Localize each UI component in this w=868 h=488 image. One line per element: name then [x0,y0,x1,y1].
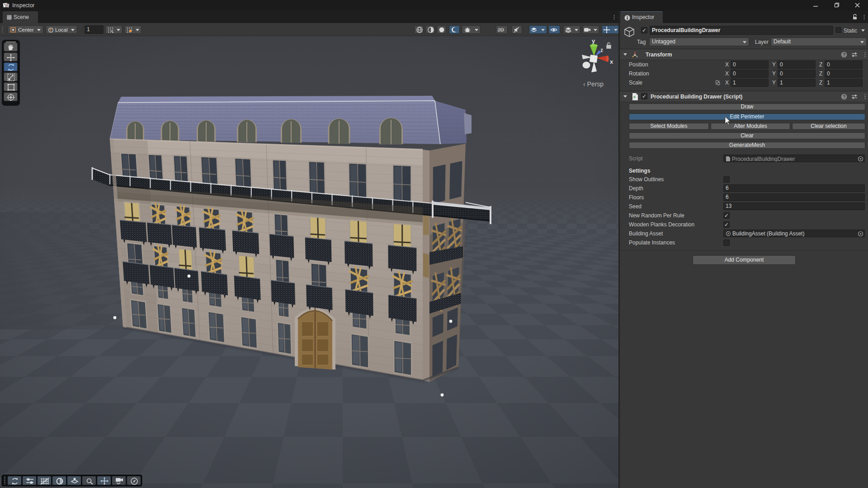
svg-text:#: # [633,95,636,99]
svg-text:?: ? [843,52,845,57]
svg-text:y: y [592,38,595,44]
svg-text:‹ Persp: ‹ Persp [583,80,604,88]
svg-text:x: x [610,58,613,65]
svg-text:?: ? [843,94,845,99]
svg-text:z: z [600,47,603,53]
